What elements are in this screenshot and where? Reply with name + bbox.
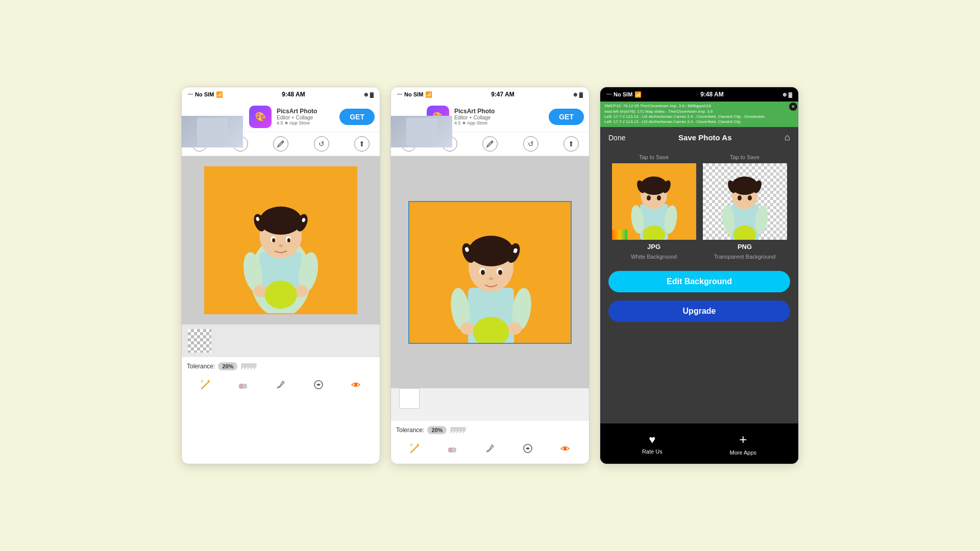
upgrade-button[interactable]: Upgrade [608,300,790,322]
bottom-controls-1: Tolerance: 20% [182,357,380,400]
png-format-label: PNG [738,243,752,251]
svg-point-45 [417,444,419,446]
no-sim-label-2: No SIM [404,91,423,97]
svg-point-35 [469,236,513,266]
wifi-icon-2: 📶 [425,91,432,98]
tap-to-save-jpg: Tap to Save [639,154,669,160]
tools-row-2 [396,436,584,461]
status-bar-1: ···· No SIM 📶 9:48 AM ⊕ ▓ [182,87,380,102]
signal-dots-1: ···· [188,92,193,97]
signal-dots-2: ···· [397,92,402,97]
svg-rect-24 [239,384,242,388]
phone-screen-1: ···· No SIM 📶 9:48 AM ⊕ ▓ i [181,87,380,464]
status-right-1: ⊕ ▓ [364,92,374,97]
more-apps-label: More Apps [729,449,756,456]
tool-button-1[interactable] [273,136,288,152]
picsart-icon-1: 🎨 [249,106,272,128]
ad-banner-1: i 🎨 PicsArt Photo Editor + Collage 4.5 ★… [182,102,380,132]
save-title-3: Save Photo As [678,133,731,142]
svg-point-17 [287,238,290,242]
eye-tool-2[interactable] [556,439,574,458]
svg-point-44 [489,277,493,280]
done-button-3[interactable]: Done [608,134,625,142]
heart-icon: ♥ [649,433,655,446]
battery-icon-1: ▓ [370,92,374,97]
child-svg-2 [409,202,572,344]
green-ad-3: SMCP10: 78.12.95 The/Clovertown Imp. 3.6… [600,102,798,127]
plus-icon: + [739,432,747,447]
more-apps-nav[interactable]: + More Apps [729,432,756,456]
jpg-bg-label: White Background [631,254,677,260]
png-option[interactable]: Tap to Save [703,154,787,260]
tolerance-label-1: Tolerance: [187,363,215,370]
svg-line-21 [202,381,202,382]
mask-tool-2[interactable] [519,439,537,458]
time-1: 9:48 AM [282,91,305,98]
photo-1 [204,166,357,314]
edit-background-button[interactable]: Edit Background [608,271,790,292]
eye-tool-1[interactable] [347,375,365,394]
ad-rating-1: 4.5 ★ App Store [277,120,334,126]
mask-tool-1[interactable] [309,375,328,394]
child-svg-1 [205,166,356,313]
wand-tool-2[interactable] [406,439,424,458]
image-area-2 [391,156,589,388]
photo-2 [408,201,572,344]
status-bar-3: ···· No SIM 📶 9:48 AM ⊕ ▓ [600,87,798,102]
undo-button-1[interactable]: ↺ [314,136,329,152]
home-button-3[interactable]: ⌂ [785,132,790,143]
tolerance-label-2: Tolerance: [396,427,424,434]
eraser-tool-2[interactable] [443,439,461,458]
ad-rating-2: 4.5 ★ App Store [454,120,544,126]
eraser-tool-1[interactable] [234,375,252,394]
svg-point-73 [738,195,742,201]
svg-point-31 [460,322,475,335]
bottom-controls-2: Tolerance: 20% [391,421,589,464]
ad-get-button-1[interactable]: GET [339,109,375,125]
svg-point-19 [208,380,210,382]
svg-point-7 [264,281,297,309]
svg-rect-64 [612,230,627,240]
rate-us-nav[interactable]: ♥ Rate Us [642,433,663,455]
svg-point-9 [260,207,302,235]
wand-tool-1[interactable] [197,375,215,394]
tap-to-save-png: Tap to Save [730,154,760,160]
tool-button-2[interactable] [482,136,498,152]
brush-tool-2[interactable] [481,439,499,458]
status-right-2: ⊕ ▓ [573,92,583,97]
undo-button-2[interactable]: ↺ [523,136,538,152]
phone-screen-3: ···· No SIM 📶 9:48 AM ⊕ ▓ SMCP10: 78.12.… [600,87,799,464]
ad-text-1: PicsArt Photo Editor + Collage 4.5 ★ App… [277,108,334,126]
battery-icon-3: ▓ [789,92,792,97]
bottom-nav-3: ♥ Rate Us + More Apps [600,423,798,464]
png-thumbnail[interactable] [703,163,787,240]
svg-point-59 [641,177,667,195]
svg-point-62 [647,195,651,201]
svg-point-63 [657,195,661,201]
status-bar-2: ···· No SIM 📶 9:47 AM ⊕ ▓ [391,87,589,102]
no-sim-label-1: No SIM [195,91,214,97]
svg-rect-50 [449,448,452,452]
svg-point-70 [731,177,758,195]
brush-tool-1[interactable] [272,375,290,394]
share-button-1[interactable]: ⬆ [354,136,370,152]
color-swatch-2[interactable] [399,388,420,409]
jpg-option[interactable]: Tap to Save [612,154,696,260]
time-3: 9:48 AM [700,91,724,98]
share-button-2[interactable]: ⬆ [564,136,579,152]
ad-get-button-2[interactable]: GET [549,109,584,125]
ad-text-2: PicsArt Photo Editor + Collage 4.5 ★ App… [454,108,544,126]
svg-point-32 [507,322,522,335]
save-header-3: Done Save Photo As ⌂ [600,127,798,148]
camera-icon-3: ⊕ [782,92,787,97]
tools-row-1 [187,372,375,397]
rate-us-label: Rate Us [642,448,663,455]
green-ad-close[interactable]: ✕ [789,103,797,111]
svg-point-42 [481,270,485,275]
phone-screen-2: ···· No SIM 📶 9:47 AM ⊕ ▓ i [390,87,590,464]
checker-box-1[interactable] [188,329,211,353]
camera-icon-2: ⊕ [573,92,577,97]
status-left-2: ···· No SIM 📶 [397,91,432,98]
battery-icon-2: ▓ [579,92,583,97]
jpg-thumbnail[interactable] [612,163,696,240]
